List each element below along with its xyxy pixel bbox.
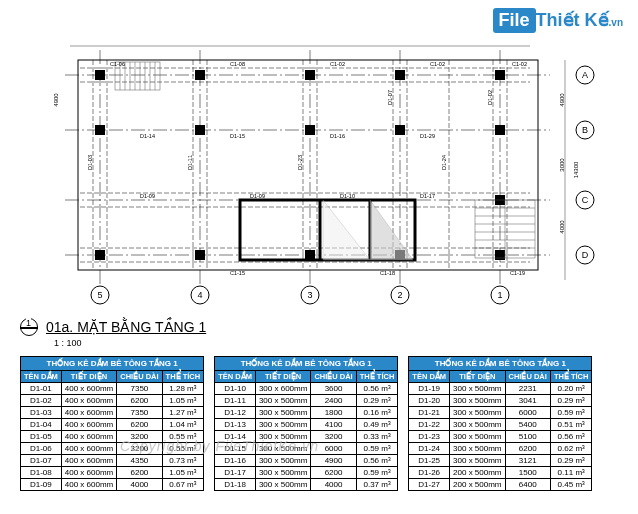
svg-rect-35: [195, 125, 205, 135]
table-row: D1-27200 x 500mm64000.45 m³: [409, 479, 592, 491]
table-row: D1-24300 x 500mm62000.62 m³: [409, 443, 592, 455]
svg-text:D: D: [582, 250, 589, 260]
svg-marker-58: [323, 200, 370, 260]
svg-text:A: A: [582, 70, 588, 80]
beam-schedule-tables: THỐNG KÊ DẦM BÊ TÔNG TẦNG 1 TÊN DẦMTIẾT …: [20, 356, 592, 491]
beam-table-3: THỐNG KÊ DẦM BÊ TÔNG TẦNG 1 TÊN DẦMTIẾT …: [408, 356, 592, 491]
svg-text:D1-24: D1-24: [441, 155, 447, 170]
table-row: D1-03400 x 600mm73501.27 m³: [21, 407, 204, 419]
svg-rect-38: [495, 125, 505, 135]
logo-thiet: Thiết: [536, 10, 585, 30]
table-row: D1-07400 x 600mm43500.73 m³: [21, 455, 204, 467]
svg-text:C1-02: C1-02: [430, 61, 445, 67]
svg-text:C1-06: C1-06: [110, 61, 125, 67]
svg-rect-44: [495, 250, 505, 260]
svg-rect-41: [195, 250, 205, 260]
svg-text:4900: 4900: [53, 93, 59, 107]
svg-text:D1-10: D1-10: [340, 193, 355, 199]
svg-text:D1-14: D1-14: [140, 133, 155, 139]
svg-text:C1-18: C1-18: [380, 270, 395, 276]
svg-text:D1-15: D1-15: [230, 133, 245, 139]
svg-text:C1-15: C1-15: [230, 270, 245, 276]
title-number-circle: 1: [20, 318, 38, 336]
floor-plan: 5 4 3 2 1 A B C D 4900 4900 3000 4000 14…: [30, 30, 620, 310]
svg-text:C1-02: C1-02: [512, 61, 527, 67]
svg-text:C: C: [582, 195, 589, 205]
svg-text:D1-11: D1-11: [187, 155, 193, 170]
svg-text:C1-19: C1-19: [510, 270, 525, 276]
svg-text:B: B: [582, 125, 588, 135]
table-row: D1-12300 x 500mm18000.16 m³: [215, 407, 398, 419]
drawing-title: 1 01a. MẶT BẰNG TẦNG 1: [20, 318, 206, 336]
svg-text:D1-17: D1-17: [420, 193, 435, 199]
svg-text:D1-07: D1-07: [387, 90, 393, 105]
table-row: D1-09400 x 600mm40000.67 m³: [21, 479, 204, 491]
svg-marker-57: [370, 200, 413, 260]
logo-ke: Kế: [585, 10, 609, 30]
svg-text:D1-23: D1-23: [297, 155, 303, 170]
svg-rect-29: [95, 70, 105, 80]
table-row: D1-13300 x 500mm41000.49 m³: [215, 419, 398, 431]
table-row: D1-16300 x 500mm49000.56 m³: [215, 455, 398, 467]
table-row: D1-06400 x 600mm32000.55 m³: [21, 443, 204, 455]
table-row: D1-20300 x 500mm30410.29 m³: [409, 395, 592, 407]
title-text: 01a. MẶT BẰNG TẦNG 1: [46, 319, 206, 335]
logo-vn: .vn: [609, 17, 623, 28]
svg-text:5: 5: [97, 290, 102, 300]
svg-rect-36: [305, 125, 315, 135]
svg-rect-33: [495, 70, 505, 80]
svg-rect-40: [95, 250, 105, 260]
title-scale: 1 : 100: [54, 338, 82, 348]
svg-text:D1-29: D1-29: [420, 133, 435, 139]
table-row: D1-14300 x 500mm32000.33 m³: [215, 431, 398, 443]
table-row: D1-26200 x 500mm15000.11 m³: [409, 467, 592, 479]
svg-text:D1-16: D1-16: [330, 133, 345, 139]
table-row: D1-04400 x 600mm62001.04 m³: [21, 419, 204, 431]
svg-rect-31: [305, 70, 315, 80]
svg-rect-30: [195, 70, 205, 80]
table-row: D1-02400 x 600mm62001.05 m³: [21, 395, 204, 407]
table-row: D1-23300 x 500mm51000.56 m³: [409, 431, 592, 443]
svg-text:C1-02: C1-02: [330, 61, 345, 67]
svg-text:D1-03: D1-03: [87, 155, 93, 170]
table-row: D1-10300 x 600mm36000.56 m³: [215, 383, 398, 395]
svg-text:4900: 4900: [559, 93, 565, 107]
svg-text:D1-09: D1-09: [140, 193, 155, 199]
table-row: D1-05400 x 600mm32000.55 m³: [21, 431, 204, 443]
table-row: D1-18300 x 500mm40000.37 m³: [215, 479, 398, 491]
beam-table-2: THỐNG KÊ DẦM BÊ TÔNG TẦNG 1 TÊN DẦMTIẾT …: [214, 356, 398, 491]
svg-text:4: 4: [197, 290, 202, 300]
svg-rect-37: [395, 125, 405, 135]
svg-text:3000: 3000: [559, 158, 565, 172]
svg-text:D1-02: D1-02: [487, 90, 493, 105]
beam-table-1: THỐNG KÊ DẦM BÊ TÔNG TẦNG 1 TÊN DẦMTIẾT …: [20, 356, 204, 491]
table-row: D1-08400 x 600mm62001.05 m³: [21, 467, 204, 479]
svg-text:2: 2: [397, 290, 402, 300]
svg-text:4000: 4000: [559, 220, 565, 234]
table-row: D1-01400 x 600mm73501.28 m³: [21, 383, 204, 395]
svg-text:3: 3: [307, 290, 312, 300]
table-row: D1-21300 x 500mm60000.59 m³: [409, 407, 592, 419]
svg-text:14300: 14300: [573, 161, 579, 178]
table-row: D1-17300 x 500mm62000.59 m³: [215, 467, 398, 479]
table-row: D1-11300 x 500mm24000.29 m³: [215, 395, 398, 407]
table-row: D1-19300 x 500mm22310.20 m³: [409, 383, 592, 395]
table-row: D1-22300 x 500mm54000.51 m³: [409, 419, 592, 431]
svg-text:D1-09: D1-09: [250, 193, 265, 199]
table-row: D1-25300 x 500mm31210.29 m³: [409, 455, 592, 467]
svg-text:1: 1: [497, 290, 502, 300]
table-row: D1-15300 x 500mm60000.59 m³: [215, 443, 398, 455]
svg-rect-34: [95, 125, 105, 135]
svg-rect-32: [395, 70, 405, 80]
svg-rect-28: [78, 60, 538, 270]
svg-text:C1-08: C1-08: [230, 61, 245, 67]
